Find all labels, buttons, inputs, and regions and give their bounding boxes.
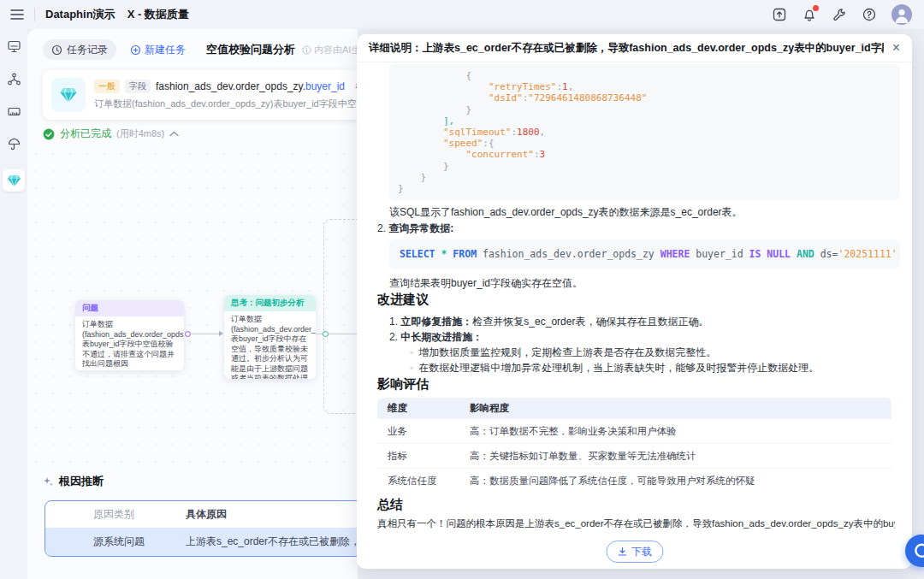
section-impact: 影响评估 bbox=[377, 376, 429, 393]
node-title: 问题 bbox=[75, 300, 184, 316]
table-row: 业务 高：订单数据不完整，影响业务决策和用户体验 bbox=[377, 419, 891, 444]
connector-port bbox=[185, 331, 191, 337]
connector-port bbox=[323, 331, 329, 337]
impact-table: 维度 影响程度 业务 高：订单数据不完整，影响业务决策和用户体验 指标 高：关键… bbox=[377, 398, 891, 493]
sidebar-item-board-icon[interactable] bbox=[7, 104, 21, 119]
sidebar-item-lineage-icon[interactable] bbox=[7, 72, 21, 86]
sidebar-item-protect-icon[interactable] bbox=[7, 137, 21, 151]
analysis-title: 空值校验问题分析 bbox=[206, 42, 295, 57]
node-body: 订单数据(fashion_ads_dev.order_opds_zy)表buye… bbox=[75, 316, 184, 370]
improve-item-1: 1. 立即修复措施：检查并恢复s_ec_order表，确保其存在且数据正确。 bbox=[389, 315, 708, 329]
flow-node-analysis[interactable]: 思考：问题初步分析 订单数据(fashion_ads_dev.order_opd… bbox=[224, 295, 316, 379]
col-reason: 具体原因 bbox=[186, 507, 358, 522]
download-button[interactable]: 下载 bbox=[606, 541, 663, 563]
app-title: Dataphin演示 bbox=[45, 7, 116, 22]
summary-text: 真相只有一个！问题的根本原因是上游表s_ec_order不存在或已被删除，导致f… bbox=[377, 517, 895, 530]
help-icon[interactable] bbox=[862, 7, 877, 22]
impact-header-row: 维度 影响程度 bbox=[377, 398, 891, 419]
sidebar-item-quality-active[interactable] bbox=[3, 169, 25, 192]
detail-drawer: 详细说明：上游表s_ec_order不存在或已被删除，导致fashion_ads… bbox=[357, 34, 912, 569]
chevron-up-icon[interactable] bbox=[169, 131, 179, 137]
connector-arrow bbox=[219, 331, 223, 336]
table-row: 指标 高：关键指标如订单数量、买家数量等无法准确统计 bbox=[377, 444, 891, 469]
page-title: X - 数据质量 bbox=[127, 7, 189, 22]
impact-col-dimension: 维度 bbox=[377, 402, 470, 415]
root-cause-header: 根因推断 bbox=[43, 474, 104, 489]
new-task-label: 新建任务 bbox=[145, 43, 186, 57]
node-title: 思考：问题初步分析 bbox=[224, 295, 316, 311]
bell-icon[interactable] bbox=[802, 7, 817, 22]
check-circle-icon bbox=[43, 128, 55, 140]
sidebar bbox=[0, 29, 27, 579]
table-row[interactable]: 源系统问题 上游表s_ec_order不存在或已被删除，导致fashion_ad… bbox=[45, 528, 358, 556]
impact-col-degree: 影响程度 bbox=[470, 402, 891, 415]
assistant-icon bbox=[913, 542, 924, 559]
table-header-row: 原因类别 具体原因 bbox=[45, 501, 358, 528]
issue-card[interactable]: 一般 字段 fashion_ads_dev.order_opds_zy.buye… bbox=[43, 70, 358, 120]
sql-result: 查询结果表明buyer_id字段确实存在空值。 bbox=[389, 276, 583, 291]
section-summary: 总结 bbox=[377, 497, 403, 513]
close-icon[interactable]: × bbox=[884, 41, 900, 55]
sql-code-block: SELECT * FROM fashion_ads_dev.order_opds… bbox=[389, 239, 900, 269]
improve-sub-2: 在数据处理逻辑中增加异常处理机制，当上游表缺失时，能够及时报警并停止数据处理。 bbox=[410, 361, 819, 375]
improve-item-2: 2. 中长期改进措施： bbox=[389, 330, 483, 345]
node-body: 订单数据(fashion_ads_dev.order_opds_zy)表buye… bbox=[224, 311, 316, 379]
field-link[interactable]: buyer_id bbox=[305, 80, 345, 92]
root-cause-table: 原因类别 具体原因 源系统问题 上游表s_ec_order不存在或已被删除，导致… bbox=[44, 500, 358, 557]
diamond-icon bbox=[51, 78, 86, 112]
notification-dot bbox=[813, 5, 819, 11]
flow-node-question[interactable]: 问题 订单数据(fashion_ads_dev.order_opds_zy)表b… bbox=[75, 300, 184, 370]
type-badge: 字段 bbox=[125, 80, 151, 93]
col-category: 原因类别 bbox=[45, 507, 186, 522]
plus-circle-icon bbox=[130, 44, 141, 56]
sparkle-icon bbox=[43, 476, 54, 487]
history-icon bbox=[51, 44, 62, 56]
analysis-status-label: 分析已完成 bbox=[60, 127, 111, 141]
panel-header: 任务记录 新建任务 空值校验问题分析 内容由AI生成，请谨慎识别 bbox=[43, 39, 358, 60]
topbar-divider bbox=[34, 8, 35, 21]
table-row: 系统信任度 高：数据质量问题降低了系统信任度，可能导致用户对系统的怀疑 bbox=[377, 469, 891, 493]
connector-line bbox=[192, 334, 219, 334]
task-log-label: 任务记录 bbox=[67, 43, 108, 57]
cause-reason: 上游表s_ec_order不存在或已被删除，导致fashion_ads_dev.… bbox=[186, 535, 358, 549]
wrench-icon[interactable] bbox=[832, 7, 847, 22]
sidebar-item-workbench-icon[interactable] bbox=[7, 39, 21, 54]
view-detail-link[interactable]: 查看详情 bbox=[75, 370, 184, 371]
ai-disclaimer: 内容由AI生成，请谨慎识别 bbox=[302, 44, 358, 56]
table-name: fashion_ads_dev.order_opds_zy.buyer_id bbox=[156, 80, 345, 92]
step2-item: 2. 查询异常数据: bbox=[377, 222, 453, 236]
root-cause-title: 根因推断 bbox=[59, 474, 104, 489]
section-improve: 改进建议 bbox=[377, 292, 429, 308]
flow-group-outline bbox=[323, 219, 358, 414]
left-panel: 任务记录 新建任务 空值校验问题分析 内容由AI生成，请谨慎识别 一般 字段 f… bbox=[27, 29, 358, 579]
sql-note: 该SQL显示了fashion_ads_dev.order_opds_zy表的数据… bbox=[389, 205, 743, 220]
analysis-duration: (用时4m8s) bbox=[116, 127, 164, 140]
cause-category: 源系统问题 bbox=[45, 535, 186, 549]
avatar[interactable] bbox=[891, 4, 912, 25]
issue-desc: 订单数据(fashion_ads_dev.order_opds_zy)表buye… bbox=[94, 97, 358, 110]
drawer-header: 详细说明：上游表s_ec_order不存在或已被删除，导致fashion_ads… bbox=[357, 34, 912, 62]
menu-icon[interactable] bbox=[10, 9, 24, 21]
topbar: Dataphin演示 X - 数据质量 bbox=[0, 0, 924, 29]
severity-badge: 一般 bbox=[94, 80, 120, 93]
analysis-status: 分析已完成 (用时4m8s) bbox=[43, 127, 179, 141]
upgrade-icon[interactable] bbox=[772, 7, 787, 22]
improve-sub-1: 增加数据质量监控规则，定期检查上游表是否存在及数据完整性。 bbox=[410, 346, 716, 360]
json-code-block: { "retryTimes":1, "dsId":"72964614808687… bbox=[389, 64, 900, 200]
info-icon bbox=[302, 45, 311, 55]
drawer-title: 详细说明：上游表s_ec_order不存在或已被删除，导致fashion_ads… bbox=[369, 41, 884, 56]
diamond-icon bbox=[7, 174, 21, 187]
new-task-button[interactable]: 新建任务 bbox=[130, 43, 186, 57]
download-icon bbox=[617, 547, 627, 557]
task-log-button[interactable]: 任务记录 bbox=[43, 39, 116, 60]
